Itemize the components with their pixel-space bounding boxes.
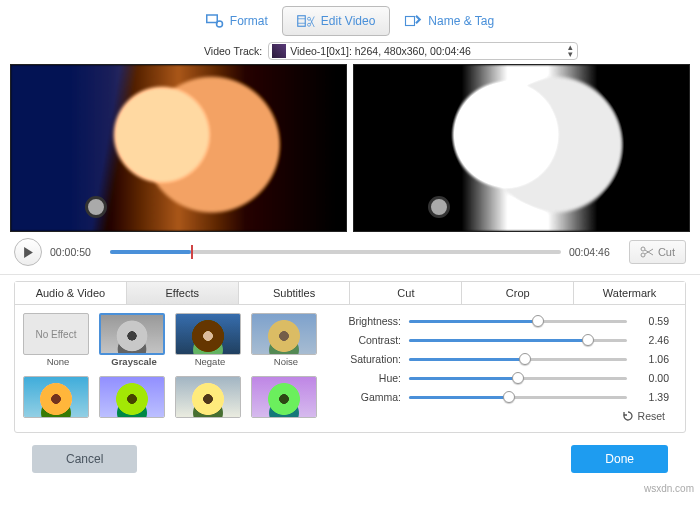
effect-extra-3[interactable] bbox=[175, 376, 245, 424]
grayscale-thumb bbox=[99, 313, 165, 355]
seek-marker[interactable] bbox=[191, 245, 193, 259]
effect-extra-4[interactable] bbox=[251, 376, 321, 424]
scissors-icon bbox=[640, 246, 654, 258]
video-track-label: Video Track: bbox=[204, 45, 262, 57]
slider-contrast-row: Contrast: 2.46 bbox=[341, 334, 669, 346]
tab-edit-video-label: Edit Video bbox=[321, 14, 376, 28]
preview-pane: Preview bbox=[353, 64, 690, 232]
noise-thumb bbox=[251, 313, 317, 355]
hue-value: 0.00 bbox=[635, 372, 669, 384]
effect-extra-2[interactable] bbox=[99, 376, 169, 424]
preview-video[interactable] bbox=[353, 64, 690, 232]
video-track-value: Video-1[0x1]: h264, 480x360, 00:04:46 bbox=[290, 45, 471, 57]
effect-none[interactable]: No Effect None bbox=[23, 313, 93, 372]
cut-button[interactable]: Cut bbox=[629, 240, 686, 264]
hue-label: Hue: bbox=[341, 372, 401, 384]
play-icon bbox=[23, 247, 34, 258]
svg-point-7 bbox=[641, 253, 645, 257]
extra3-thumb bbox=[175, 376, 241, 418]
effect-negate-label: Negate bbox=[175, 356, 245, 367]
sub-tab-effects[interactable]: Effects bbox=[127, 282, 239, 304]
original-pane: Original bbox=[10, 64, 347, 232]
bottom-button-row: Cancel Done bbox=[0, 433, 700, 473]
brightness-value: 0.59 bbox=[635, 315, 669, 327]
tab-name-tag-label: Name & Tag bbox=[428, 14, 494, 28]
cut-button-label: Cut bbox=[658, 246, 675, 258]
format-icon bbox=[206, 13, 224, 29]
gamma-value: 1.39 bbox=[635, 391, 669, 403]
saturation-label: Saturation: bbox=[341, 353, 401, 365]
svg-rect-2 bbox=[298, 16, 306, 27]
track-thumbnail bbox=[272, 44, 286, 58]
svg-point-4 bbox=[307, 23, 310, 26]
edit-video-icon bbox=[297, 13, 315, 29]
seek-bar[interactable] bbox=[110, 250, 561, 254]
svg-point-1 bbox=[216, 21, 222, 27]
effect-thumbnails: No Effect None Grayscale Negate Noise bbox=[23, 313, 321, 424]
effect-noise[interactable]: Noise bbox=[251, 313, 321, 372]
sub-tab-watermark[interactable]: Watermark bbox=[574, 282, 685, 304]
reset-icon bbox=[622, 410, 634, 422]
gamma-label: Gamma: bbox=[341, 391, 401, 403]
sliders-panel: Brightness: 0.59 Contrast: 2.46 Saturati… bbox=[327, 313, 677, 424]
editor-body: No Effect None Grayscale Negate Noise bbox=[15, 305, 685, 432]
effect-grayscale[interactable]: Grayscale bbox=[99, 313, 169, 372]
sub-tab-cut[interactable]: Cut bbox=[350, 282, 462, 304]
svg-point-3 bbox=[307, 17, 310, 20]
svg-rect-0 bbox=[207, 15, 218, 23]
sub-tab-crop[interactable]: Crop bbox=[462, 282, 574, 304]
playback-row: 00:00:50 00:04:46 Cut bbox=[0, 232, 700, 275]
play-button[interactable] bbox=[14, 238, 42, 266]
reset-label: Reset bbox=[638, 410, 665, 422]
no-effect-thumb: No Effect bbox=[23, 313, 89, 355]
cancel-button[interactable]: Cancel bbox=[32, 445, 137, 473]
hue-slider[interactable] bbox=[409, 377, 627, 380]
contrast-slider[interactable] bbox=[409, 339, 627, 342]
gamma-slider[interactable] bbox=[409, 396, 627, 399]
video-track-select[interactable]: Video-1[0x1]: h264, 480x360, 00:04:46 ▴▾ bbox=[268, 42, 578, 60]
sub-tab-subtitles[interactable]: Subtitles bbox=[239, 282, 351, 304]
svg-rect-5 bbox=[406, 17, 415, 26]
slider-saturation-row: Saturation: 1.06 bbox=[341, 353, 669, 365]
contrast-value: 2.46 bbox=[635, 334, 669, 346]
tab-format[interactable]: Format bbox=[192, 6, 282, 36]
effect-noise-label: Noise bbox=[251, 356, 321, 367]
video-track-row: Video Track: Video-1[0x1]: h264, 480x360… bbox=[0, 40, 700, 64]
current-time: 00:00:50 bbox=[50, 246, 102, 258]
name-tag-icon bbox=[404, 13, 422, 29]
effect-negate[interactable]: Negate bbox=[175, 313, 245, 372]
tab-edit-video[interactable]: Edit Video bbox=[282, 6, 391, 36]
original-video[interactable] bbox=[10, 64, 347, 232]
svg-point-6 bbox=[641, 247, 645, 251]
top-tab-bar: Format Edit Video Name & Tag bbox=[0, 0, 700, 40]
slider-brightness-row: Brightness: 0.59 bbox=[341, 315, 669, 327]
slider-hue-row: Hue: 0.00 bbox=[341, 372, 669, 384]
brightness-label: Brightness: bbox=[341, 315, 401, 327]
slider-gamma-row: Gamma: 1.39 bbox=[341, 391, 669, 403]
saturation-value: 1.06 bbox=[635, 353, 669, 365]
saturation-slider[interactable] bbox=[409, 358, 627, 361]
no-effect-text: No Effect bbox=[36, 329, 77, 340]
done-button[interactable]: Done bbox=[571, 445, 668, 473]
effect-grayscale-label: Grayscale bbox=[99, 356, 169, 367]
preview-area: Original Preview bbox=[0, 64, 700, 232]
seek-fill bbox=[110, 250, 191, 254]
tab-format-label: Format bbox=[230, 14, 268, 28]
tab-name-tag[interactable]: Name & Tag bbox=[390, 6, 508, 36]
extra1-thumb bbox=[23, 376, 89, 418]
reset-button[interactable]: Reset bbox=[622, 410, 665, 422]
contrast-label: Contrast: bbox=[341, 334, 401, 346]
sub-tab-audio-video[interactable]: Audio & Video bbox=[15, 282, 127, 304]
updown-icon: ▴▾ bbox=[568, 44, 573, 58]
effect-extra-1[interactable] bbox=[23, 376, 93, 424]
brightness-slider[interactable] bbox=[409, 320, 627, 323]
editor-panel: Audio & Video Effects Subtitles Cut Crop… bbox=[14, 281, 686, 433]
total-time: 00:04:46 bbox=[569, 246, 621, 258]
sub-tab-bar: Audio & Video Effects Subtitles Cut Crop… bbox=[15, 282, 685, 305]
negate-thumb bbox=[175, 313, 241, 355]
watermark-text: wsxdn.com bbox=[644, 483, 694, 494]
extra2-thumb bbox=[99, 376, 165, 418]
effect-none-label: None bbox=[23, 356, 93, 367]
extra4-thumb bbox=[251, 376, 317, 418]
